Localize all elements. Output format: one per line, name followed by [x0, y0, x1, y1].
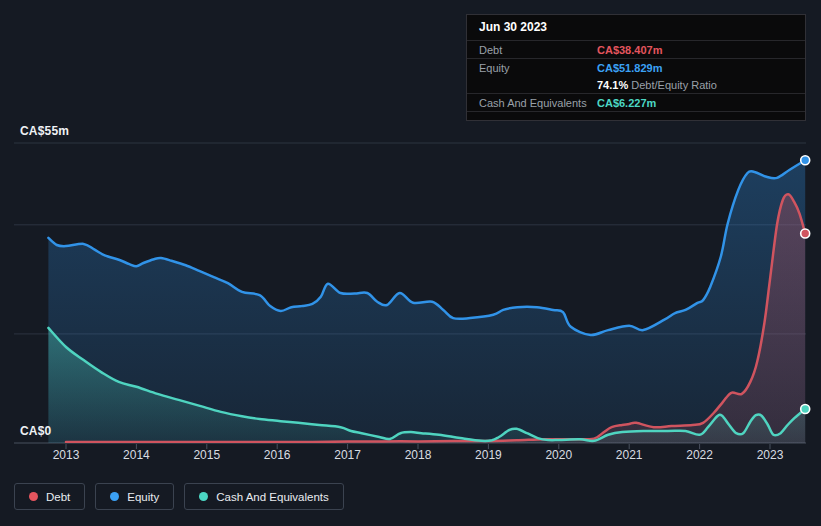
x-axis-label-2017: 2017 — [334, 448, 361, 462]
tooltip-debt-row: Debt CA$38.407m — [467, 41, 805, 59]
tooltip-equity-label: Equity — [479, 62, 597, 74]
x-axis-label-2018: 2018 — [405, 448, 432, 462]
debt-dot-icon — [29, 492, 38, 501]
tooltip-date: Jun 30 2023 — [467, 15, 805, 41]
tooltip-debt-value: CA$38.407m — [597, 44, 793, 56]
legend-cash-button[interactable]: Cash And Equivalents — [184, 483, 344, 510]
tooltip-cash-label: Cash And Equivalents — [479, 97, 597, 109]
tooltip-ratio-row: 74.1% Debt/Equity Ratio — [467, 76, 805, 94]
legend-debt-button[interactable]: Debt — [14, 483, 85, 510]
x-axis-label-2014: 2014 — [123, 448, 150, 462]
tooltip-cash-value: CA$6.227m — [597, 97, 793, 109]
tooltip-ratio-label: Debt/Equity Ratio — [631, 79, 717, 91]
tooltip-ratio-value: 74.1% — [597, 79, 628, 91]
x-axis-label-2013: 2013 — [53, 448, 80, 462]
x-axis-label-2015: 2015 — [193, 448, 220, 462]
cash-last-point-marker — [801, 405, 810, 414]
legend-equity-button[interactable]: Equity — [95, 483, 174, 510]
tooltip-debt-label: Debt — [479, 44, 597, 56]
x-axis-label-2023: 2023 — [757, 448, 784, 462]
tooltip-equity-value: CA$51.829m — [597, 62, 793, 74]
legend-debt-label: Debt — [46, 491, 70, 503]
legend-equity-label: Equity — [127, 491, 159, 503]
x-axis-label-2016: 2016 — [264, 448, 291, 462]
tooltip-cash-row: Cash And Equivalents CA$6.227m — [467, 94, 805, 112]
y-axis-label-zero: CA$0 — [20, 424, 51, 438]
cash-dot-icon — [199, 492, 208, 501]
x-axis-label-2022: 2022 — [686, 448, 713, 462]
legend-cash-label: Cash And Equivalents — [216, 491, 329, 503]
chart-tooltip: Jun 30 2023 Debt CA$38.407m Equity CA$51… — [466, 14, 806, 121]
chart-legend: Debt Equity Cash And Equivalents — [14, 483, 344, 510]
x-axis-label-2019: 2019 — [475, 448, 502, 462]
tooltip-equity-row: Equity CA$51.829m — [467, 59, 805, 76]
debt-equity-history-chart: CA$55m CA$0 2013201420152016201720182019… — [0, 0, 821, 526]
y-axis-label-max: CA$55m — [20, 124, 69, 138]
equity-last-point-marker — [801, 156, 810, 165]
x-axis-label-2020: 2020 — [545, 448, 572, 462]
x-axis-label-2021: 2021 — [616, 448, 643, 462]
debt-last-point-marker — [801, 229, 810, 238]
equity-dot-icon — [110, 492, 119, 501]
